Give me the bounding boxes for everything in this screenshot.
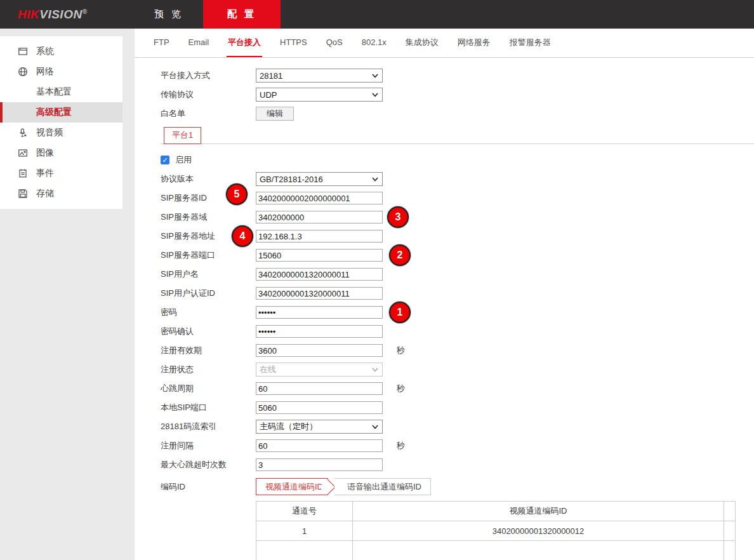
field-label: 平台接入方式 — [161, 70, 256, 81]
tab-preview[interactable]: 预 览 — [135, 0, 203, 29]
sip-auth-id-input[interactable] — [256, 287, 383, 300]
sidebar-item-advanced-settings[interactable]: 高级配置 — [0, 102, 122, 123]
step-badge-3: 3 — [387, 206, 409, 228]
cell-spacer — [724, 521, 736, 541]
field-label: 白名单 — [161, 108, 256, 119]
reg-validity-input[interactable] — [256, 344, 383, 357]
sip-server-id-input[interactable] — [256, 192, 383, 204]
tab-ftp[interactable]: FTP — [152, 29, 171, 57]
platform1-tab[interactable]: 平台1 — [164, 127, 201, 144]
field-label: SIP用户认证ID — [161, 288, 256, 299]
whitelist-edit-button[interactable]: 编辑 — [256, 107, 294, 121]
unit-seconds: 秒 — [397, 383, 405, 394]
enable-label: 启用 — [175, 154, 192, 166]
field-label: 密码 — [161, 307, 256, 318]
heartbeat-input[interactable] — [256, 382, 383, 395]
local-sip-port-input[interactable] — [256, 401, 383, 414]
chevron-down-icon — [371, 72, 379, 81]
tab-qos[interactable]: QoS — [325, 29, 344, 57]
sidebar-item-basic-settings[interactable]: 基本配置 — [0, 82, 122, 102]
tab-8021x[interactable]: 802.1x — [360, 29, 388, 57]
audio-video-icon — [18, 128, 28, 138]
transport-protocol-select[interactable]: UDP — [256, 88, 383, 102]
field-label: 注册状态 — [161, 364, 256, 375]
select-value: 28181 — [260, 71, 282, 81]
sip-server-domain-input[interactable] — [256, 211, 383, 223]
form-row-local-sip-port: 本地SIP端口 — [161, 398, 754, 417]
table-row[interactable]: 1 34020000001320000012 — [256, 521, 736, 541]
tab-video-channel-encode-id[interactable]: 视频通道编码ID — [256, 478, 328, 495]
form-row-sip-server-address: SIP服务器地址 4 — [161, 227, 754, 246]
step-badge-5: 5 — [226, 183, 248, 205]
sidebar-item-storage[interactable]: 存储 — [0, 183, 122, 204]
sidebar-item-system[interactable]: 系统 — [0, 41, 122, 62]
sidebar-menu: 系统 网络 基本配置 高级配置 视音频 — [0, 36, 122, 209]
image-icon — [18, 148, 28, 158]
logo-vision: VISION — [39, 8, 82, 21]
page-body: 系统 网络 基本配置 高级配置 视音频 — [0, 29, 754, 560]
sidebar-item-label: 基本配置 — [36, 86, 72, 98]
reg-interval-input[interactable] — [256, 439, 383, 452]
form-row-enable: ✓ 启用 — [161, 150, 754, 170]
sidebar-item-image[interactable]: 图像 — [0, 143, 122, 163]
field-label: SIP服务器域 — [161, 211, 256, 223]
sidebar-item-video-audio[interactable]: 视音频 — [0, 123, 122, 143]
chevron-down-icon — [371, 175, 379, 185]
field-label: 协议版本 — [161, 173, 256, 185]
reg-status-select: 在线 — [256, 363, 383, 377]
tab-network-service[interactable]: 网络服务 — [456, 29, 492, 57]
sip-username-input[interactable] — [256, 268, 383, 281]
tab-email[interactable]: Email — [187, 29, 211, 57]
tab-configuration[interactable]: 配 置 — [203, 0, 281, 29]
form-row-encode-id: 编码ID 视频通道编码ID 语音输出通道编码ID — [161, 478, 754, 495]
tab-https[interactable]: HTTPS — [279, 29, 308, 57]
sidebar-item-label: 事件 — [36, 168, 54, 179]
form-row-password: 密码 1 — [161, 303, 754, 322]
enable-checkbox[interactable]: ✓ — [161, 156, 169, 164]
field-label: 注册有效期 — [161, 345, 256, 356]
cell-spacer — [724, 541, 736, 560]
cell-encode-id — [353, 541, 724, 560]
system-icon — [18, 46, 28, 57]
tab-platform-access[interactable]: 平台接入 — [227, 29, 262, 57]
form-row-protocol-version: 协议版本 GB/T28181-2016 — [161, 170, 754, 189]
encode-id-tab-bar: 视频通道编码ID 语音输出通道编码ID — [256, 478, 431, 495]
field-label: 密码确认 — [161, 326, 256, 337]
form-row-whitelist: 白名单 编辑 — [161, 104, 754, 123]
field-label: 传输协议 — [161, 89, 256, 100]
table-row[interactable] — [256, 541, 736, 560]
hikvision-logo: HIKVISION® — [18, 8, 88, 22]
password-input[interactable] — [256, 306, 383, 319]
platform-tab-strip: 平台1 — [161, 126, 754, 144]
sidebar-item-event[interactable]: 事件 — [0, 163, 122, 183]
max-heartbeat-timeout-input[interactable] — [256, 458, 383, 471]
sip-server-port-input[interactable] — [256, 249, 383, 262]
field-label: 本地SIP端口 — [161, 402, 256, 413]
network-icon — [18, 67, 28, 77]
sidebar-item-label: 图像 — [36, 147, 54, 159]
form-row-sip-server-port: SIP服务器端口 2 — [161, 246, 754, 265]
tab-audio-output-channel-encode-id[interactable]: 语音输出通道编码ID — [334, 478, 431, 495]
password-confirm-input[interactable] — [256, 325, 383, 338]
content-area: FTP Email 平台接入 HTTPS QoS 802.1x 集成协议 网络服… — [135, 29, 754, 560]
access-mode-select[interactable]: 28181 — [256, 69, 383, 83]
tab-integration-protocol[interactable]: 集成协议 — [404, 29, 440, 57]
form-row-sip-server-id: SIP服务器ID 5 — [161, 189, 754, 208]
sidebar-item-label: 网络 — [36, 66, 54, 77]
sip-server-address-input[interactable] — [256, 230, 383, 243]
protocol-version-select[interactable]: GB/T28181-2016 — [256, 172, 383, 186]
unit-seconds: 秒 — [397, 345, 405, 356]
tab-alarm-server[interactable]: 报警服务器 — [508, 29, 552, 57]
form-row-heartbeat: 心跳周期 秒 — [161, 379, 754, 398]
top-bar: HIKVISION® 预 览 配 置 — [0, 0, 754, 29]
logo-registered-mark: ® — [83, 8, 88, 15]
form-row-access-mode: 平台接入方式 28181 — [161, 66, 754, 85]
sidebar-item-network[interactable]: 网络 — [0, 62, 122, 82]
event-icon — [18, 168, 28, 178]
settings-tab-bar: FTP Email 平台接入 HTTPS QoS 802.1x 集成协议 网络服… — [135, 29, 754, 58]
select-value: 主码流（定时） — [260, 421, 317, 432]
logo-hik: HIK — [18, 8, 39, 21]
chevron-down-icon — [371, 423, 379, 432]
cell-encode-id: 34020000001320000012 — [353, 521, 724, 541]
stream-index-select[interactable]: 主码流（定时） — [256, 420, 383, 434]
